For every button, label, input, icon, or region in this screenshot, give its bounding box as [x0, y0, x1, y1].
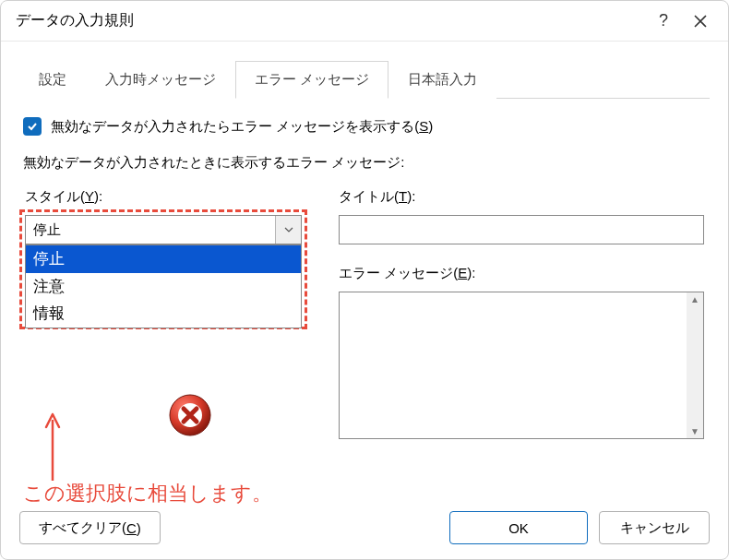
right-column: タイトル(T): エラー メッセージ(E): ▲ ▼: [339, 188, 704, 439]
style-dropdown[interactable]: 停止 注意 情報: [25, 244, 302, 328]
data-validation-dialog: データの入力規則 ? 設定 入力時メッセージ エラー メッセージ 日本語入力 無…: [0, 0, 729, 560]
error-message-wrap: ▲ ▼: [339, 292, 704, 439]
show-error-checkbox[interactable]: [23, 117, 42, 136]
show-error-checkbox-row[interactable]: 無効なデータが入力されたらエラー メッセージを表示する(S): [23, 117, 710, 136]
tab-settings[interactable]: 設定: [19, 61, 86, 99]
annotation-text: この選択肢に相当します。: [23, 480, 272, 507]
annotation-arrow: [34, 409, 71, 485]
error-circle-icon: [167, 392, 213, 438]
scroll-down-icon[interactable]: ▼: [690, 426, 699, 436]
stop-style-preview-icon: [167, 392, 213, 441]
tab-ime[interactable]: 日本語入力: [388, 61, 496, 99]
style-option-warning[interactable]: 注意: [26, 273, 301, 301]
title-label: タイトル(T):: [339, 188, 704, 206]
style-combobox[interactable]: 停止: [25, 215, 302, 244]
style-combo-wrap: 停止 停止 注意 情報: [25, 215, 302, 244]
close-icon: [694, 15, 707, 28]
tab-input-message[interactable]: 入力時メッセージ: [86, 61, 235, 99]
error-message-textarea[interactable]: [340, 292, 687, 438]
style-option-stop[interactable]: 停止: [26, 245, 301, 273]
chevron-down-icon: [284, 227, 293, 232]
dialog-content: 設定 入力時メッセージ エラー メッセージ 日本語入力 無効なデータが入力された…: [1, 42, 728, 500]
style-option-information[interactable]: 情報: [26, 300, 301, 328]
close-button[interactable]: [682, 7, 719, 35]
show-error-label: 無効なデータが入力されたらエラー メッセージを表示する(S): [51, 118, 433, 136]
scroll-up-icon[interactable]: ▲: [690, 294, 699, 304]
scrollbar[interactable]: ▲ ▼: [687, 292, 703, 438]
tab-strip: 設定 入力時メッセージ エラー メッセージ 日本語入力: [19, 60, 710, 99]
ok-button[interactable]: OK: [449, 511, 588, 544]
error-section-label: 無効なデータが入力されたときに表示するエラー メッセージ:: [23, 154, 710, 172]
style-label: スタイル(Y):: [25, 188, 320, 206]
check-icon: [27, 121, 38, 132]
dialog-title: データの入力規則: [16, 11, 645, 30]
title-input[interactable]: [339, 215, 704, 244]
form-row: スタイル(Y): 停止 停止 注意 情報: [19, 188, 710, 439]
help-button[interactable]: ?: [645, 7, 682, 35]
clear-all-button[interactable]: すべてクリア(C): [19, 511, 161, 544]
style-combobox-value: 停止: [26, 221, 275, 239]
titlebar: データの入力規則 ?: [1, 1, 728, 42]
cancel-button[interactable]: キャンセル: [599, 511, 710, 544]
arrow-icon: [34, 409, 71, 483]
style-combobox-button[interactable]: [275, 216, 301, 244]
error-message-label: エラー メッセージ(E):: [339, 265, 704, 282]
tab-error-alert[interactable]: エラー メッセージ: [235, 61, 388, 99]
dialog-button-row: すべてクリア(C) OK キャンセル: [1, 500, 728, 559]
